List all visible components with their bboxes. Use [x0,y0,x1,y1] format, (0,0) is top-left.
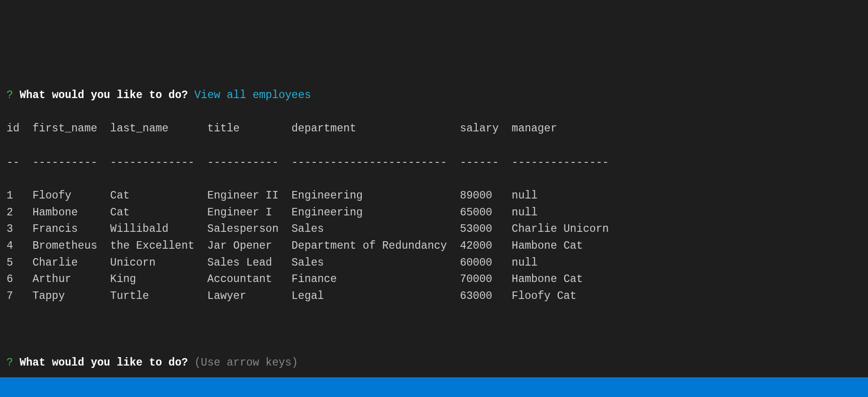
table-row: 3 Francis Willibald Salesperson Sales 53… [7,221,868,238]
terminal-output: ? What would you like to do? View all em… [7,71,868,397]
bottom-blue-bar [0,377,868,397]
prompt-answer: View all employees [194,89,311,101]
table-body: 1 Floofy Cat Engineer II Engineering 890… [7,188,868,305]
table-row: 7 Tappy Turtle Lawyer Legal 63000 Floofy… [7,288,868,305]
question-mark-icon: ? [7,89,13,101]
table-row: 1 Floofy Cat Engineer II Engineering 890… [7,188,868,205]
table-header-row: id first_name last_name title department… [7,121,868,137]
prompt-hint: (Use arrow keys) [194,357,298,369]
table-row: 4 Brometheus the Excellent Jar Opener De… [7,238,868,255]
table-row: 5 Charlie Unicorn Sales Lead Sales 60000… [7,255,868,272]
prompt-question: What would you like to do? [20,89,188,101]
question-mark-icon: ? [7,357,13,369]
blank-line [7,321,868,338]
table-row: 6 Arthur King Accountant Finance 70000 H… [7,271,868,288]
active-prompt-line: ? What would you like to do? (Use arrow … [7,355,868,372]
previous-prompt-line: ? What would you like to do? View all em… [7,87,868,104]
table-divider-row: -- ---------- ------------- ----------- … [7,154,868,171]
prompt-question: What would you like to do? [20,357,188,369]
table-row: 2 Hambone Cat Engineer I Engineering 650… [7,205,868,221]
